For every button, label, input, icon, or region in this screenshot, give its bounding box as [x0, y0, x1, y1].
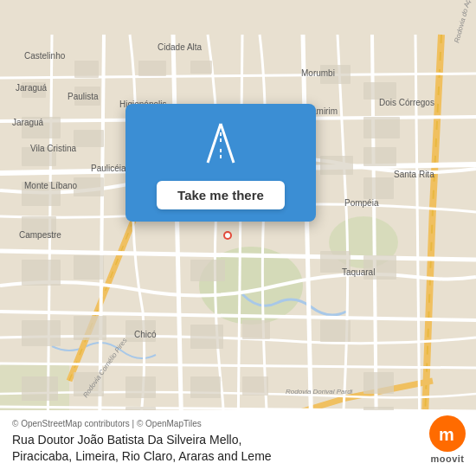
- take-me-button[interactable]: Take me there: [157, 181, 285, 209]
- map-container: Castelinho Jaraguá Paulista Higienópolis…: [0, 0, 476, 476]
- moovit-icon: m: [429, 415, 466, 452]
- svg-rect-31: [242, 320, 270, 339]
- map-label-vila-cristina: Vila Cristina: [30, 144, 77, 153]
- svg-rect-36: [190, 376, 221, 398]
- road-icon: [190, 119, 251, 170]
- svg-rect-5: [190, 61, 212, 74]
- svg-text:m: m: [439, 425, 454, 444]
- svg-rect-12: [74, 130, 104, 147]
- svg-rect-14: [363, 117, 400, 138]
- map-label-morumbi: Morumbi: [301, 68, 335, 78]
- svg-rect-35: [125, 376, 156, 398]
- map-label-jaragua1: Jaraguá: [16, 83, 48, 93]
- map-label-jaragua2: Jaraguá: [12, 118, 44, 127]
- map-label-dorival: Rodovia Dorival Pardi: [286, 388, 353, 396]
- svg-rect-22: [22, 260, 61, 286]
- map-label-paulista: Paulista: [68, 92, 99, 101]
- svg-rect-33: [22, 376, 58, 401]
- map-label-pompeia: Pompéia: [344, 198, 379, 208]
- location-card: Take me there: [125, 104, 316, 222]
- location-name: Rua Doutor João Batista Da Silveira Mell…: [12, 432, 464, 466]
- map-label-castelinho: Castelinho: [24, 51, 66, 61]
- map-label-acucar: Rodovia do Açúcar: [453, 0, 475, 44]
- svg-line-42: [208, 124, 221, 163]
- svg-rect-18: [74, 177, 104, 196]
- moovit-text: moovit: [430, 453, 464, 464]
- location-pin-inner: [225, 233, 230, 238]
- svg-rect-4: [138, 61, 166, 76]
- svg-rect-20: [320, 156, 353, 175]
- map-svg: Castelinho Jaraguá Paulista Higienópolis…: [0, 0, 476, 476]
- svg-rect-21: [363, 177, 394, 199]
- map-label-taquaral: Taquaral: [342, 267, 375, 277]
- svg-line-43: [221, 124, 234, 163]
- svg-rect-28: [74, 316, 106, 340]
- map-label-santa-rita: Santa Rita: [394, 170, 434, 179]
- map-label-cidade-alta: Cidade Alta: [158, 42, 203, 52]
- map-label-pauliceia: Paulicéia: [91, 164, 126, 173]
- attribution-text: © OpenStreetMap contributors | © OpenMap…: [12, 419, 464, 428]
- svg-rect-9: [363, 82, 396, 100]
- moovit-logo: m moovit: [429, 415, 466, 464]
- info-bar: © OpenStreetMap contributors | © OpenMap…: [0, 410, 476, 476]
- svg-rect-3: [74, 61, 99, 78]
- svg-rect-37: [242, 376, 268, 396]
- svg-rect-30: [190, 325, 223, 349]
- svg-rect-32: [320, 320, 351, 342]
- map-label-dois-corregos: Dois Córregos: [379, 98, 434, 107]
- svg-rect-23: [74, 255, 104, 280]
- svg-rect-38: [363, 372, 394, 394]
- map-label-chico: Chicó: [134, 330, 157, 339]
- map-label-campestre: Campestre: [19, 230, 61, 240]
- svg-rect-27: [22, 320, 61, 346]
- svg-rect-15: [363, 147, 396, 166]
- map-label-monte-libano: Monte Líbano: [24, 181, 78, 190]
- svg-rect-24: [190, 260, 225, 281]
